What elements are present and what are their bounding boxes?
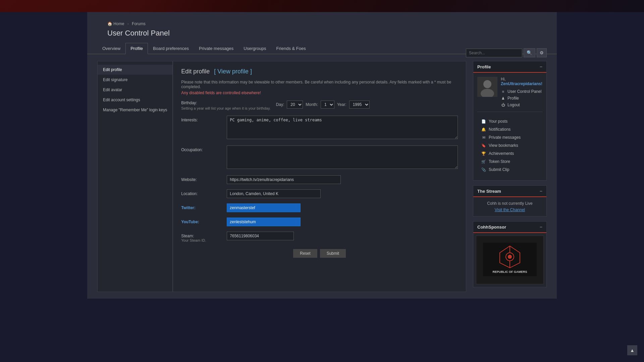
birthday-month-select[interactable]: 1 xyxy=(321,101,334,109)
rog-logo: REPUBLIC OF GAMERS xyxy=(476,236,544,284)
steam-field xyxy=(227,232,458,240)
sponsor-collapse-button[interactable]: − xyxy=(540,224,542,230)
search-settings-button[interactable]: ⚙ xyxy=(537,48,547,57)
sponsor-widget: REPUBLIC OF GAMERS xyxy=(473,233,546,287)
search-input[interactable] xyxy=(466,49,522,57)
svg-text:REPUBLIC OF GAMERS: REPUBLIC OF GAMERS xyxy=(492,270,527,274)
form-notice: Please note that this information may be… xyxy=(181,80,458,89)
interests-field xyxy=(227,116,458,140)
twitter-label: Twitter: xyxy=(181,203,221,210)
ucp-link[interactable]: ≡ User Control Panel xyxy=(501,88,542,95)
birthday-label: Birthday: xyxy=(181,101,270,105)
submit-clip-link[interactable]: 📎 Submit Clip xyxy=(481,166,538,174)
sidebar-stream-section: The Stream − Cohh is not currently Live … xyxy=(473,185,547,217)
profile-quick-links: ≡ User Control Panel ♟ Profile ⏻ xyxy=(501,88,542,108)
sponsor-section-header: CohhSponsor − xyxy=(473,222,546,233)
notifications-icon: 🔔 xyxy=(481,127,486,132)
messages-icon: ✉ xyxy=(481,135,486,140)
right-sidebar: Profile − xyxy=(473,61,547,292)
birthday-day-select[interactable]: 20 xyxy=(287,101,303,109)
search-button[interactable]: 🔍 xyxy=(524,48,535,57)
header-area: 🏠 Home › Forums User Control Panel 🔍 ⚙ xyxy=(87,12,557,43)
forums-link[interactable]: Forums xyxy=(132,21,146,26)
interests-row: Interests: xyxy=(181,116,458,140)
tab-board-preferences[interactable]: Board preferences xyxy=(148,43,194,54)
tab-profile[interactable]: Profile xyxy=(125,43,148,54)
tab-overview[interactable]: Overview xyxy=(97,43,125,54)
form-buttons: Reset Submit xyxy=(181,249,458,258)
view-bookmarks-link[interactable]: 🔖 View bookmarks xyxy=(481,141,538,149)
home-icon: 🏠 xyxy=(107,21,112,26)
location-row: Location: xyxy=(181,189,458,198)
location-input[interactable] xyxy=(227,189,321,198)
left-panel-edit-signature[interactable]: Edit signature xyxy=(98,75,172,85)
view-profile-link[interactable]: [ View profile ] xyxy=(214,68,252,75)
profile-link[interactable]: ♟ Profile xyxy=(501,95,542,102)
twitter-field xyxy=(227,203,458,212)
stream-section-header: The Stream − xyxy=(473,186,546,197)
profile-divider xyxy=(477,112,542,112)
scroll-top-icon: ▲ xyxy=(630,348,635,353)
submit-button[interactable]: Submit xyxy=(320,249,346,258)
gear-icon: ⚙ xyxy=(540,50,544,55)
stream-widget: Cohh is not currently Live Visit the Cha… xyxy=(473,197,546,216)
search-bar: 🔍 ⚙ xyxy=(466,48,547,57)
left-panel-edit-profile[interactable]: Edit profile xyxy=(98,65,172,75)
youtube-field xyxy=(227,218,458,226)
profile-icon: ♟ xyxy=(501,96,505,101)
tab-private-messages[interactable]: Private messages xyxy=(194,43,238,54)
steam-input[interactable] xyxy=(227,232,294,240)
stream-collapse-button[interactable]: − xyxy=(540,188,542,194)
occupation-input[interactable] xyxy=(227,145,458,169)
interests-input[interactable] xyxy=(227,116,458,139)
your-posts-link[interactable]: 📄 Your posts xyxy=(481,117,538,125)
logout-icon: ⏻ xyxy=(501,103,505,107)
birthday-year-select[interactable]: 1995 xyxy=(349,101,370,109)
occupation-label: Occupation: xyxy=(181,145,221,152)
ucp-icon: ≡ xyxy=(501,89,505,94)
scroll-top-button[interactable]: ▲ xyxy=(627,345,637,355)
sidebar-sponsor-section: CohhSponsor − xyxy=(473,221,547,287)
profile-widget: Hi, ZenUltracrepidarians! ≡ User Control… xyxy=(473,73,546,180)
birthday-sublabel: Setting a year will list your age when i… xyxy=(181,106,270,110)
twitter-input[interactable] xyxy=(227,203,301,212)
youtube-input[interactable] xyxy=(227,218,301,226)
occupation-field xyxy=(227,145,458,170)
private-messages-link[interactable]: ✉ Private messages xyxy=(481,133,538,141)
steam-label: Steam: Your Steam ID. xyxy=(181,232,221,242)
website-input[interactable] xyxy=(227,175,341,184)
left-panel-remember-me[interactable]: Manage "Remember Me" login keys xyxy=(98,105,172,115)
home-link[interactable]: Home xyxy=(113,21,124,26)
token-store-link[interactable]: 🛒 Token Store xyxy=(481,158,538,166)
visit-channel-link[interactable]: Visit the Channel xyxy=(495,207,525,212)
achievements-icon: 🏆 xyxy=(481,152,486,156)
content-area: Edit profile Edit signature Edit avatar … xyxy=(87,54,557,299)
left-panel-edit-account-settings[interactable]: Edit account settings xyxy=(98,95,172,105)
profile-section-header: Profile − xyxy=(473,61,546,73)
youtube-row: YouTube: xyxy=(181,218,458,226)
tab-usergroups[interactable]: Usergroups xyxy=(238,43,271,54)
svg-point-1 xyxy=(483,80,491,88)
form-notice-disabled: Any disabled fields are controlled elsew… xyxy=(181,90,458,95)
reset-button[interactable]: Reset xyxy=(293,249,317,258)
achievements-link[interactable]: 🏆 Achievements xyxy=(481,149,538,158)
sidebar-profile-section: Profile − xyxy=(473,61,547,181)
posts-icon: 📄 xyxy=(481,119,486,124)
month-label: Month: xyxy=(306,102,318,107)
notifications-link[interactable]: 🔔 Notifications xyxy=(481,125,538,133)
website-field xyxy=(227,175,458,184)
avatar xyxy=(477,77,497,97)
form-panel: Edit profile [ View profile ] Please not… xyxy=(173,61,466,292)
rog-logo-svg: REPUBLIC OF GAMERS xyxy=(483,243,537,276)
tab-friends-foes[interactable]: Friends & Foes xyxy=(271,43,311,54)
stream-section-title: The Stream xyxy=(477,189,501,194)
svg-point-6 xyxy=(508,255,512,259)
sidebar-list: 📄 Your posts 🔔 Notifications ✉ Private m… xyxy=(477,115,542,176)
token-store-icon: 🛒 xyxy=(481,160,486,164)
bookmarks-icon: 🔖 xyxy=(481,143,486,148)
logout-link[interactable]: ⏻ Logout xyxy=(501,102,542,108)
left-panel-edit-avatar[interactable]: Edit avatar xyxy=(98,85,172,95)
website-label: Website: xyxy=(181,175,221,182)
profile-collapse-button[interactable]: − xyxy=(540,64,542,69)
location-label: Location: xyxy=(181,189,221,196)
